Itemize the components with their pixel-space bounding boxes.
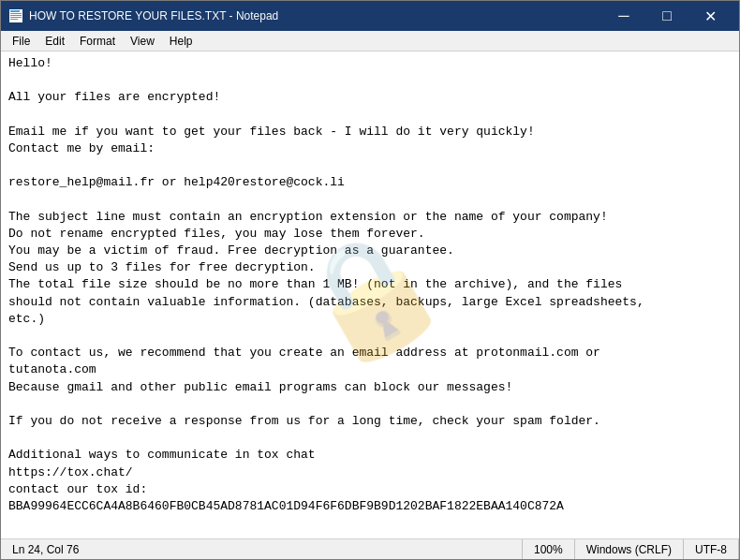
status-line-endings: Windows (CRLF) xyxy=(575,539,684,559)
svg-rect-2 xyxy=(10,13,22,14)
menu-view[interactable]: View xyxy=(123,33,162,50)
svg-rect-1 xyxy=(10,10,20,12)
status-position: Ln 24, Col 76 xyxy=(1,539,523,559)
window-controls: ─ □ ✕ xyxy=(602,1,732,31)
svg-rect-3 xyxy=(10,15,22,16)
menu-file[interactable]: File xyxy=(5,33,37,50)
status-zoom: 100% xyxy=(523,539,575,559)
status-encoding: UTF-8 xyxy=(684,539,739,559)
svg-rect-5 xyxy=(10,19,18,20)
menu-help[interactable]: Help xyxy=(162,33,200,50)
app-icon xyxy=(8,8,23,23)
svg-rect-4 xyxy=(10,17,22,18)
title-bar: HOW TO RESTORE YOUR FILES.TXT - Notepad … xyxy=(1,1,739,31)
maximize-button[interactable]: □ xyxy=(645,1,688,31)
text-content-area[interactable]: 🔒 Hello! All your files are encrypted! E… xyxy=(1,52,739,538)
menu-bar: File Edit Format View Help xyxy=(1,31,739,52)
document-text: Hello! All your files are encrypted! Ema… xyxy=(8,55,732,515)
status-bar: Ln 24, Col 76 100% Windows (CRLF) UTF-8 xyxy=(1,538,739,559)
menu-edit[interactable]: Edit xyxy=(37,33,72,50)
window-title: HOW TO RESTORE YOUR FILES.TXT - Notepad xyxy=(29,9,602,22)
menu-format[interactable]: Format xyxy=(72,33,123,50)
notepad-window: HOW TO RESTORE YOUR FILES.TXT - Notepad … xyxy=(0,0,740,560)
close-button[interactable]: ✕ xyxy=(688,1,732,31)
minimize-button[interactable]: ─ xyxy=(602,1,645,31)
